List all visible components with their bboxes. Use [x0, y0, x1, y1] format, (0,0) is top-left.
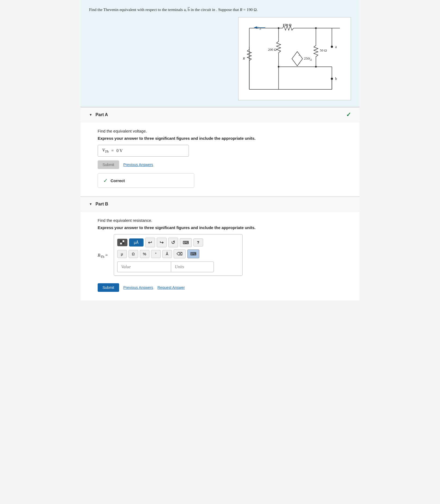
correct-check-icon: ✓ — [103, 177, 108, 184]
svg-text:b: b — [335, 77, 337, 81]
keyboard-button[interactable]: ⌨ — [180, 238, 192, 247]
value-units-row — [117, 262, 239, 272]
part-b-var-label: RTh = — [98, 253, 108, 259]
part-a-correct-box: ✓ Correct — [98, 173, 194, 188]
part-a-content: Find the equivalent voltage. Express you… — [80, 122, 360, 196]
help-button[interactable]: ? — [193, 238, 203, 247]
toolbar-row1: μÅ ↩ ↪ ↺ ⌨ ? — [117, 238, 239, 247]
redo-button[interactable]: ↪ — [157, 238, 167, 247]
part-a-instruction-bold: Express your answer to three significant… — [98, 136, 342, 141]
svg-text:a: a — [335, 45, 337, 49]
svg-point-32 — [331, 46, 333, 48]
chevron-down-icon-b: ▼ — [89, 202, 92, 206]
omega-button[interactable]: Ω — [129, 250, 138, 258]
part-b-prev-answers-button[interactable]: Previous Answers — [123, 285, 153, 290]
circuit-svg: i Δ 150 Ω R — [241, 20, 348, 97]
part-a-instruction: Find the equivalent voltage. — [98, 129, 342, 133]
part-a-prev-answers-button[interactable]: Previous Answers — [123, 163, 153, 167]
part-a-submit-button[interactable]: Submit — [98, 160, 119, 169]
part-a-answer-value: 0 V — [116, 148, 123, 153]
toolbar-row2: μ Ω % ° Å ⌫ ⌨ — [117, 249, 239, 258]
part-b-content: Find the equivalent resistance. Express … — [80, 212, 360, 300]
undo-button[interactable]: ↩ — [145, 238, 155, 247]
part-b-request-answer-button[interactable]: Request Answer — [157, 285, 185, 290]
circuit-container: i Δ 150 Ω R — [89, 17, 351, 100]
svg-text:−: − — [299, 61, 300, 65]
part-a-answer-display: VTh = 0 V — [98, 145, 189, 157]
angstrom-button[interactable]: Å — [162, 250, 172, 258]
backspace-button[interactable]: ⌫ — [174, 249, 186, 258]
part-a-equals: = — [110, 148, 115, 153]
svg-marker-26 — [292, 51, 303, 66]
grid-layout-button[interactable] — [117, 239, 127, 246]
svg-point-23 — [315, 27, 317, 29]
circuit-diagram: i Δ 150 Ω R — [238, 17, 351, 100]
part-b-instruction-bold: Express your answer to three significant… — [98, 225, 342, 230]
part-a-correct-icon: ✓ — [346, 111, 351, 118]
value-input[interactable] — [117, 262, 171, 272]
keyboard-button-2[interactable]: ⌨ — [187, 249, 199, 258]
refresh-button[interactable]: ↺ — [168, 238, 178, 247]
part-a-title: Part A — [96, 112, 108, 117]
part-a-submit-row: Submit Previous Answers — [98, 160, 342, 169]
part-b-instruction: Find the equivalent resistance. — [98, 218, 342, 223]
mu-angstrom-button[interactable]: μÅ — [129, 238, 144, 247]
page-wrapper: Find the Thevenin equivalent with respec… — [80, 0, 360, 300]
problem-statement: Find the Thevenin equivalent with respec… — [89, 6, 351, 13]
correct-text-label: Correct — [111, 178, 125, 183]
part-a-header[interactable]: ▼ Part A ✓ — [80, 108, 360, 122]
part-a-var-label: VTh — [102, 148, 109, 154]
part-b-submit-row: Submit Previous Answers Request Answer — [98, 283, 342, 292]
chevron-down-icon: ▼ — [89, 113, 92, 117]
svg-text:+: + — [298, 54, 300, 57]
svg-text:200 Ω: 200 Ω — [268, 47, 277, 51]
units-input[interactable] — [171, 262, 214, 272]
svg-text:50 Ω: 50 Ω — [320, 48, 327, 52]
svg-text:R: R — [243, 56, 245, 60]
part-a-section: ▼ Part A ✓ Find the equivalent voltage. … — [80, 107, 360, 196]
part-b-submit-button[interactable]: Submit — [98, 283, 119, 292]
mu-button[interactable]: μ — [117, 250, 127, 258]
math-input-container: μÅ ↩ ↪ ↺ ⌨ ? μ Ω % ° Å ⌫ — [114, 234, 243, 276]
part-b-title: Part B — [96, 202, 108, 207]
percent-button[interactable]: % — [140, 250, 149, 258]
svg-text:250iΔ: 250iΔ — [304, 56, 312, 61]
part-b-section: ▼ Part B Find the equivalent resistance.… — [80, 196, 360, 300]
degree-button[interactable]: ° — [151, 250, 161, 258]
part-b-header[interactable]: ▼ Part B — [80, 197, 360, 212]
problem-section: Find the Thevenin equivalent with respec… — [80, 0, 360, 107]
